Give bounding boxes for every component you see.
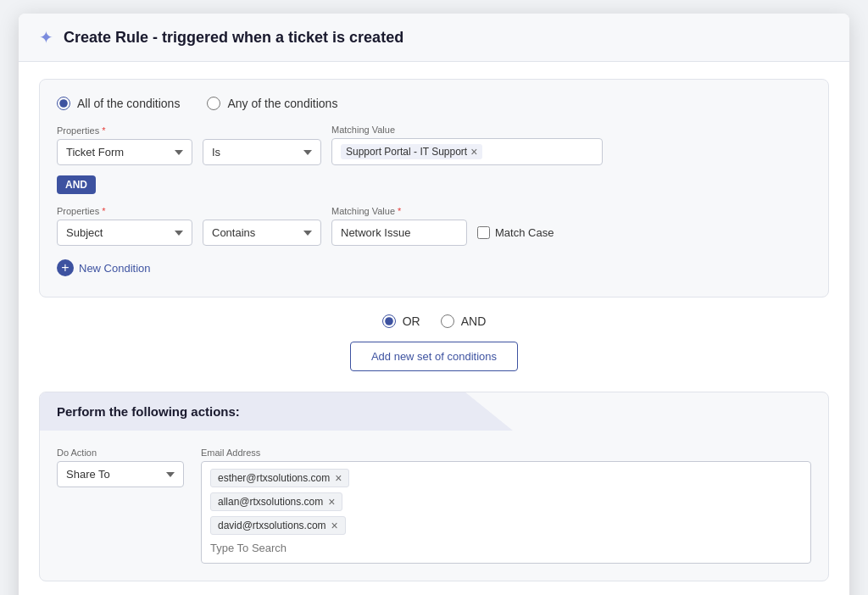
new-condition-button[interactable]: + New Condition <box>57 256 151 280</box>
radio-all-input[interactable] <box>57 97 70 110</box>
and-badge: AND <box>57 175 96 194</box>
logic-or-label[interactable]: OR <box>382 314 420 328</box>
email-tag-row-2: allan@rtxsolutions.com × <box>210 492 802 511</box>
add-set-button[interactable]: Add new set of conditions <box>350 342 518 371</box>
sparkle-icon: ✦ <box>39 27 53 47</box>
radio-all-text: All of the conditions <box>77 97 180 110</box>
properties-field-group-2: Properties * Subject Ticket Form Status … <box>57 206 192 246</box>
radio-any-text: Any of the conditions <box>227 97 337 110</box>
email-search-input[interactable] <box>210 540 802 556</box>
email-tag-2: allan@rtxsolutions.com × <box>210 492 342 511</box>
matching-label-1: Matching Value <box>331 125 603 135</box>
plus-circle-icon: + <box>57 259 74 276</box>
actions-body: Do Action Share To Assign To Send Email … <box>40 431 828 581</box>
page-title: Create Rule - triggered when a ticket is… <box>64 29 403 47</box>
properties-label-2: Properties * <box>57 206 192 216</box>
email-tag-row-3: david@rtxsolutions.com × <box>210 516 802 535</box>
email-tag-close-2[interactable]: × <box>328 496 335 508</box>
add-set-container: Add new set of conditions <box>39 342 829 371</box>
matching-value-field-1[interactable]: Support Portal - IT Support × <box>331 138 603 165</box>
condition-row-2: Properties * Subject Ticket Form Status … <box>57 204 811 246</box>
email-tag-row-1: esther@rtxsolutions.com × <box>210 469 802 487</box>
email-tag-1: esther@rtxsolutions.com × <box>210 469 349 487</box>
email-address-group: Email Address esther@rtxsolutions.com × … <box>201 448 811 564</box>
email-address-label: Email Address <box>201 448 811 458</box>
properties-select-2[interactable]: Subject Ticket Form Status Priority <box>57 220 192 246</box>
logic-and-label[interactable]: AND <box>441 314 487 328</box>
email-tag-close-1[interactable]: × <box>335 472 342 484</box>
email-tag-3: david@rtxsolutions.com × <box>210 516 346 535</box>
properties-label-1: Properties * <box>57 125 192 136</box>
radio-row: All of the conditions Any of the conditi… <box>57 97 811 110</box>
match-case-checkbox[interactable] <box>477 226 490 239</box>
properties-select-1[interactable]: Ticket Form Subject Status Priority <box>57 139 192 165</box>
modal-body: All of the conditions Any of the conditi… <box>19 62 849 595</box>
logic-row: OR AND <box>39 314 829 328</box>
actions-header: Perform the following actions: <box>40 392 513 431</box>
logic-and-input[interactable] <box>441 314 454 328</box>
radio-any-input[interactable] <box>207 97 220 110</box>
operator-select-2[interactable]: Contains Does Not Contain Is Is Not <box>203 220 321 246</box>
operator-select-1[interactable]: Is Is Not <box>203 139 321 165</box>
do-action-group: Do Action Share To Assign To Send Email <box>57 448 184 487</box>
do-action-label: Do Action <box>57 448 184 458</box>
matching-input-2[interactable] <box>331 220 467 246</box>
operator-field-group-2: Contains Does Not Contain Is Is Not <box>203 204 321 246</box>
conditions-block: All of the conditions Any of the conditi… <box>39 79 829 298</box>
matching-value-group-1: Matching Value Support Portal - IT Suppo… <box>331 125 603 165</box>
matching-value-group-2: Matching Value * <box>331 206 467 246</box>
logic-or-input[interactable] <box>382 314 396 328</box>
do-action-select[interactable]: Share To Assign To Send Email <box>57 461 184 487</box>
tag-close-1[interactable]: × <box>470 146 477 158</box>
condition-row-1: Properties * Ticket Form Subject Status … <box>57 124 811 165</box>
email-tags-container[interactable]: esther@rtxsolutions.com × allan@rtxsolut… <box>201 461 811 564</box>
create-rule-modal: ✦ Create Rule - triggered when a ticket … <box>19 14 849 595</box>
matching-label-2: Matching Value * <box>331 206 467 216</box>
match-case-label[interactable]: Match Case <box>477 226 554 246</box>
radio-all-label[interactable]: All of the conditions <box>57 97 180 110</box>
radio-any-label[interactable]: Any of the conditions <box>207 97 337 110</box>
properties-field-group-1: Properties * Ticket Form Subject Status … <box>57 125 192 165</box>
email-tag-close-3[interactable]: × <box>331 520 338 531</box>
operator-field-group-1: Is Is Not <box>203 124 321 165</box>
modal-header: ✦ Create Rule - triggered when a ticket … <box>19 14 849 62</box>
matching-tag-1: Support Portal - IT Support × <box>341 144 482 159</box>
actions-block: Perform the following actions: Do Action… <box>39 392 829 581</box>
